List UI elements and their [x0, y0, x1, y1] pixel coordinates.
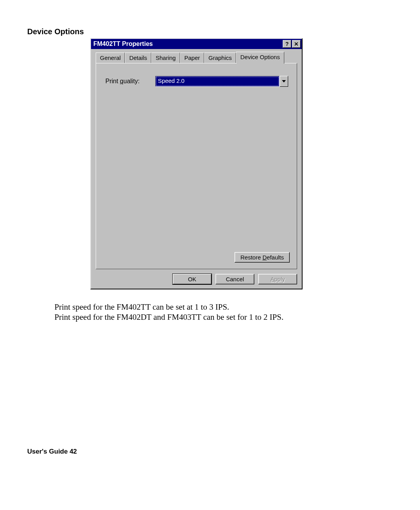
titlebar-buttons: ? ✕	[283, 40, 301, 48]
tab-graphics[interactable]: Graphics	[204, 53, 236, 63]
tab-panel: Print quality: Speed 2.0 Restore Default…	[96, 63, 297, 269]
restore-post: efaults	[267, 254, 284, 261]
help-button[interactable]: ?	[283, 40, 291, 48]
apply-u: A	[270, 276, 274, 282]
label-post: uality:	[123, 78, 140, 84]
apply-post: pply	[274, 276, 285, 282]
cancel-button[interactable]: Cancel	[215, 274, 254, 284]
close-button[interactable]: ✕	[292, 40, 301, 48]
titlebar-text: FM402TT Properties	[93, 40, 153, 47]
body-text: Print speed for the FM402TT can be set a…	[54, 302, 284, 322]
chevron-down-icon	[282, 80, 286, 82]
tab-row: General Details Sharing Paper Graphics D…	[91, 49, 302, 63]
print-quality-value: Speed 2.0	[155, 76, 280, 87]
svg-marker-0	[282, 80, 286, 82]
page-footer: User's Guide 42	[27, 448, 77, 456]
question-icon: ?	[285, 41, 289, 47]
body-line-1: Print speed for the FM402TT can be set a…	[54, 302, 284, 312]
print-quality-combo[interactable]: Speed 2.0	[155, 76, 288, 87]
titlebar: FM402TT Properties ? ✕	[91, 39, 302, 49]
restore-u: D	[262, 254, 267, 261]
tab-sharing[interactable]: Sharing	[151, 53, 180, 63]
restore-defaults-button[interactable]: Restore Defaults	[234, 252, 290, 263]
combo-dropdown-button[interactable]	[280, 76, 288, 87]
print-quality-row: Print quality: Speed 2.0	[105, 76, 288, 87]
print-quality-label: Print quality:	[105, 78, 140, 85]
label-pre: Print	[105, 78, 120, 84]
tab-device-options[interactable]: Device Options	[236, 52, 284, 64]
tab-details[interactable]: Details	[125, 53, 151, 63]
tab-paper[interactable]: Paper	[180, 53, 204, 63]
tab-general[interactable]: General	[96, 53, 125, 63]
section-heading: Device Options	[27, 27, 84, 36]
properties-dialog: FM402TT Properties ? ✕ General Details S…	[90, 38, 303, 289]
body-line-2: Print speed for the FM402DT and FM403TT …	[54, 312, 284, 322]
restore-defaults-wrap: Restore Defaults	[234, 252, 290, 263]
ok-button[interactable]: OK	[173, 274, 212, 284]
close-icon: ✕	[294, 41, 299, 47]
restore-pre: Restore	[240, 254, 262, 261]
apply-button[interactable]: Apply	[258, 274, 297, 284]
label-underline: q	[120, 78, 123, 84]
dialog-button-row: OK Cancel Apply	[91, 274, 302, 288]
